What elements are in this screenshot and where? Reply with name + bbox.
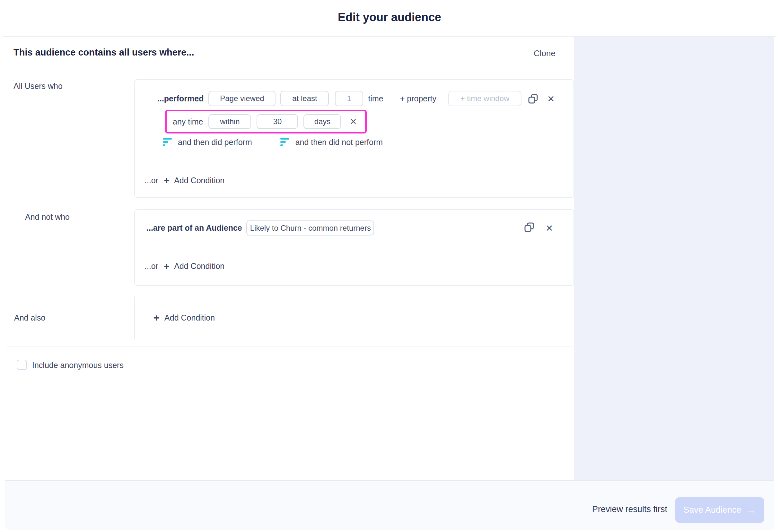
then-did-not-perform-button[interactable]: and then did not perform — [280, 138, 383, 147]
add-time-window-button[interactable]: + time window — [448, 91, 522, 106]
performed-label: ...performed — [157, 94, 203, 103]
remove-time-filter-icon[interactable]: ✕ — [350, 118, 357, 126]
plus-icon: + — [154, 313, 159, 323]
or-add-condition-row: ...or + Add Condition — [144, 261, 225, 271]
duplicate-condition-icon[interactable] — [524, 222, 535, 232]
add-condition-label: Add Condition — [174, 176, 225, 185]
condition-group-audience: ...are part of an Audience Likely to Chu… — [134, 209, 574, 286]
plus-icon: + — [164, 176, 170, 186]
filter-icon — [280, 138, 289, 146]
add-condition-button[interactable]: + Add Condition — [164, 261, 225, 271]
group-label-and-not-who: And not who — [25, 212, 70, 222]
time-value-input[interactable]: 30 — [256, 114, 298, 129]
condition-group-performed: ...performed Page viewed at least 1 time… — [134, 79, 574, 198]
then-did-not-perform-label: and then did not perform — [295, 138, 383, 147]
add-condition-button[interactable]: + Add Condition — [164, 176, 225, 186]
remove-condition-icon[interactable]: ✕ — [547, 95, 554, 104]
group-label-and-also: And also — [14, 313, 45, 323]
condition-row-audience: ...are part of an Audience Likely to Chu… — [146, 220, 374, 236]
page-title: Edit your audience — [0, 11, 779, 24]
section-divider — [6, 346, 574, 347]
operator-select[interactable]: at least — [280, 91, 329, 106]
time-comparison-select[interactable]: within — [208, 114, 251, 129]
time-unit-select[interactable]: days — [303, 114, 341, 129]
any-time-label: any time — [173, 117, 203, 126]
audience-heading: This audience contains all users where..… — [13, 47, 194, 58]
condition-row-performed: ...performed Page viewed at least 1 time… — [157, 91, 522, 106]
clone-button[interactable]: Clone — [534, 49, 555, 58]
close-icon: ✕ — [546, 224, 553, 233]
then-did-perform-label: and then did perform — [178, 138, 252, 147]
plus-icon: + — [164, 261, 170, 271]
or-label: ...or — [144, 262, 158, 271]
count-unit-label: time — [368, 94, 383, 103]
duplicate-condition-icon[interactable] — [528, 93, 538, 104]
remove-condition-icon[interactable]: ✕ — [546, 224, 553, 233]
add-condition-label: Add Condition — [174, 262, 225, 271]
or-label: ...or — [144, 176, 158, 185]
save-audience-button[interactable]: Save Audience → — [675, 497, 764, 523]
preview-sidebar: See a sample of users in this audience. … — [574, 37, 774, 480]
audience-prefix-label: ...are part of an Audience — [146, 223, 242, 232]
event-select[interactable]: Page viewed — [208, 91, 276, 106]
include-anonymous-checkbox[interactable] — [17, 360, 27, 370]
and-also-divider — [134, 296, 135, 339]
group-label-all-users-who: All Users who — [13, 81, 63, 91]
audience-select[interactable]: Likely to Churn - common returners — [246, 220, 374, 236]
or-add-condition-row: ...or + Add Condition — [144, 175, 225, 186]
then-did-perform-button[interactable]: and then did perform — [163, 138, 252, 147]
close-icon: ✕ — [547, 95, 554, 104]
add-property-button[interactable]: + property — [400, 94, 436, 103]
footer-hint: Preview results first — [571, 505, 667, 514]
add-condition-button[interactable]: + Add Condition — [154, 313, 215, 323]
sequence-links-row: and then did perform and then did not pe… — [163, 138, 383, 147]
count-input[interactable]: 1 — [335, 91, 363, 106]
include-anonymous-label: Include anonymous users — [32, 361, 124, 370]
filter-icon — [163, 138, 172, 146]
time-filter-highlight: any time within 30 days ✕ — [165, 110, 367, 133]
arrow-right-icon: → — [746, 506, 756, 515]
save-audience-label: Save Audience — [683, 505, 741, 515]
add-condition-label: Add Condition — [164, 313, 215, 323]
